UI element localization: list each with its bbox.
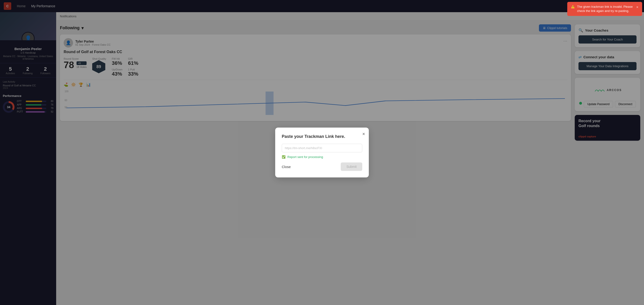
trackman-link-input[interactable] bbox=[282, 144, 362, 152]
modal-success-message: ✅ Report sent for processing bbox=[282, 155, 362, 159]
trackman-modal: Paste your Trackman Link here. × ✅ Repor… bbox=[275, 128, 369, 178]
toast-close-button[interactable]: × bbox=[636, 5, 638, 10]
modal-actions: Close Submit bbox=[282, 162, 362, 171]
modal-overlay: Paste your Trackman Link here. × ✅ Repor… bbox=[0, 0, 644, 305]
modal-close-icon-button[interactable]: × bbox=[362, 131, 365, 137]
success-check-icon: ✅ bbox=[282, 155, 286, 159]
error-toast: ⚠️ The given trackman link is invalid. P… bbox=[567, 2, 642, 16]
modal-close-button[interactable]: Close bbox=[282, 164, 291, 170]
modal-title: Paste your Trackman Link here. bbox=[282, 134, 362, 139]
toast-message: The given trackman link is invalid. Plea… bbox=[577, 5, 634, 13]
success-text: Report sent for processing bbox=[287, 155, 323, 159]
modal-submit-button[interactable]: Submit bbox=[341, 162, 362, 171]
toast-warning-icon: ⚠️ bbox=[571, 5, 575, 9]
